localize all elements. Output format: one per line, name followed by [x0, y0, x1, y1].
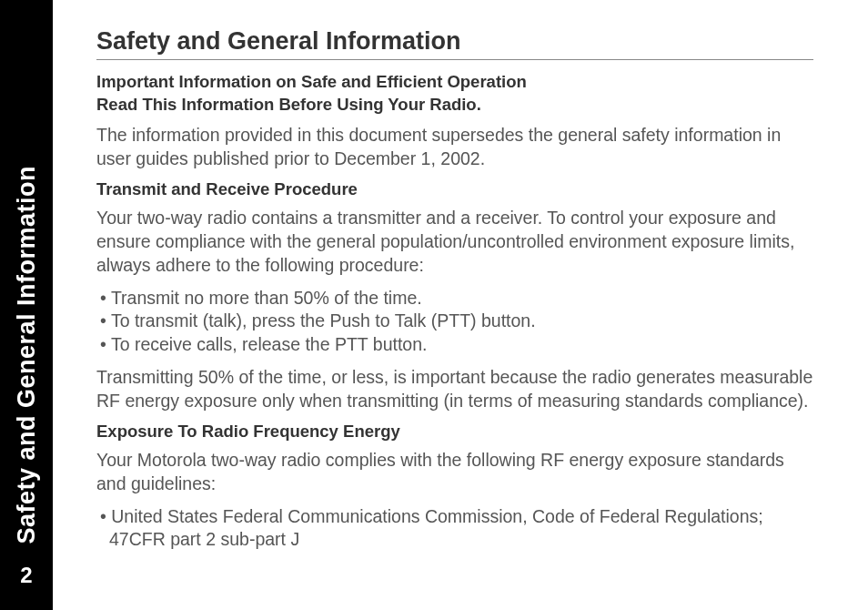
page-number: 2	[20, 563, 32, 588]
intro-paragraph: The information provided in this documen…	[96, 124, 813, 170]
section-exposure-title: Exposure To Radio Frequency Energy	[96, 422, 813, 442]
section-transmit-body2: Transmitting 50% of the time, or less, i…	[96, 366, 813, 412]
important-info-heading: Important Information on Safe and Effici…	[96, 71, 813, 117]
list-item: Transmit no more than 50% of the time.	[96, 287, 813, 310]
page-title: Safety and General Information	[96, 27, 813, 60]
page-content: Safety and General Information Important…	[53, 0, 868, 610]
sidebar-title: Safety and General Information	[13, 166, 41, 544]
list-item: To transmit (talk), press the Push to Ta…	[96, 310, 813, 333]
section-exposure-body1: Your Motorola two-way radio complies wit…	[96, 449, 813, 495]
important-line-1: Important Information on Safe and Effici…	[96, 71, 813, 94]
important-line-2: Read This Information Before Using Your …	[96, 94, 813, 117]
section-transmit-title: Transmit and Receive Procedure	[96, 179, 813, 199]
section-transmit-body1: Your two-way radio contains a transmitte…	[96, 207, 813, 277]
exposure-bullet-list: United States Federal Communications Com…	[96, 505, 813, 552]
list-item: To receive calls, release the PTT button…	[96, 333, 813, 357]
transmit-bullet-list: Transmit no more than 50% of the time. T…	[96, 287, 813, 357]
sidebar: Safety and General Information 2	[0, 0, 53, 610]
list-item: United States Federal Communications Com…	[96, 505, 813, 552]
